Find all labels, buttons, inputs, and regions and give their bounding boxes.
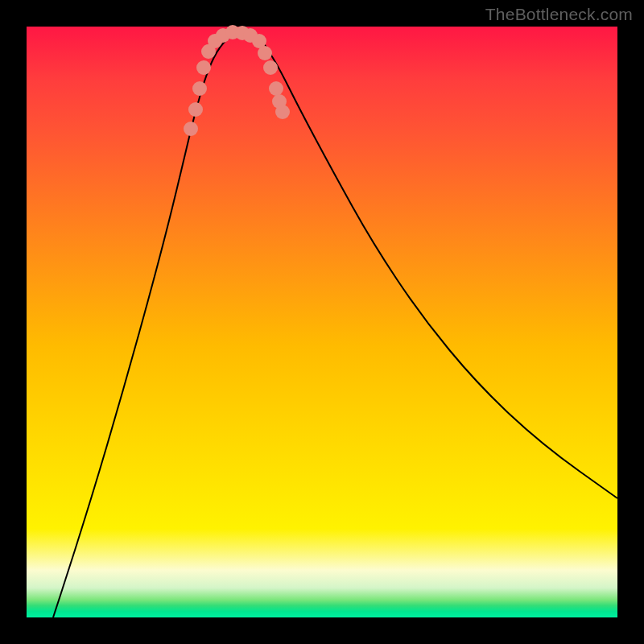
curve-marker — [269, 81, 283, 96]
watermark-text: TheBottleneck.com — [485, 5, 633, 24]
curve-marker — [188, 102, 203, 117]
curve-marker — [196, 60, 211, 75]
curve-marker — [263, 60, 278, 75]
chart-plot-area — [27, 27, 617, 617]
curve-marker — [184, 122, 198, 136]
bottleneck-curve-path — [53, 32, 617, 617]
curve-marker — [275, 105, 290, 119]
curve-marker — [192, 81, 207, 96]
curve-marker — [258, 46, 272, 60]
curve-markers — [184, 25, 290, 136]
bottleneck-curve-svg — [27, 27, 617, 617]
